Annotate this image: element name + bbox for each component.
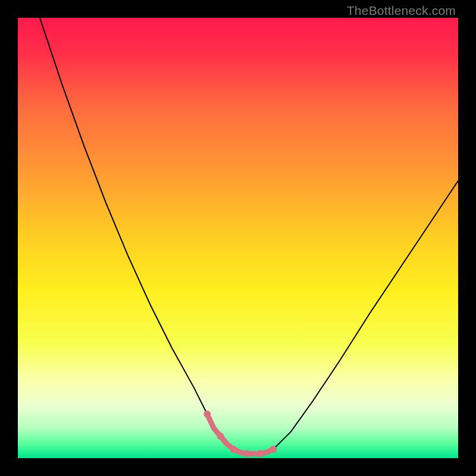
curve-layer <box>18 18 458 458</box>
highlight-dot <box>203 411 211 418</box>
highlight-dot <box>243 450 250 458</box>
plot-area <box>18 18 458 458</box>
highlight-dot <box>256 450 264 458</box>
highlight-dot <box>217 433 224 440</box>
chart-frame: TheBottleneck.com <box>0 0 476 476</box>
series-bottleneck-curve <box>40 18 458 454</box>
series-bottom-highlight <box>207 414 273 454</box>
highlight-dot <box>270 446 277 453</box>
watermark-text: TheBottleneck.com <box>347 4 456 18</box>
highlight-dot <box>230 446 237 453</box>
